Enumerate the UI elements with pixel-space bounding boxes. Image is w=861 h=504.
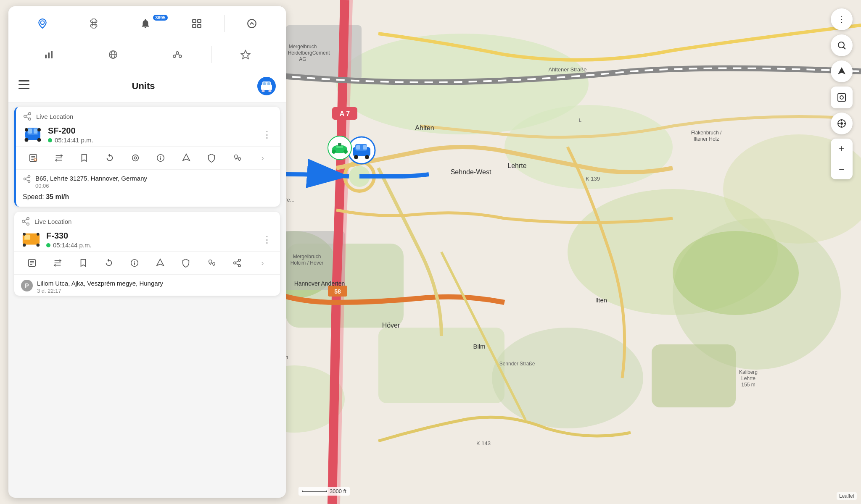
- action-report-f330[interactable]: [19, 255, 44, 271]
- svg-point-107: [132, 155, 138, 161]
- svg-line-92: [26, 114, 29, 116]
- location-pin-tab[interactable]: [17, 13, 68, 34]
- action-replay-f330[interactable]: [96, 255, 121, 271]
- svg-line-144: [844, 47, 846, 50]
- svg-point-111: [160, 156, 161, 157]
- pin-tab[interactable]: [213, 45, 277, 64]
- unit-card-sf200[interactable]: Live Location: [14, 107, 280, 207]
- action-more-sf200[interactable]: ›: [250, 150, 275, 166]
- action-geofence-sf200[interactable]: [123, 150, 148, 166]
- action-info-sf200[interactable]: [148, 150, 173, 166]
- svg-point-95: [25, 138, 29, 142]
- svg-text:Ahlten: Ahlten: [415, 124, 434, 131]
- svg-text:Lehrte: Lehrte: [507, 162, 526, 169]
- svg-text:Hannover Anderten: Hannover Anderten: [294, 280, 345, 287]
- toolbar-divider2: [211, 46, 211, 63]
- svg-text:Mergelbruch: Mergelbruch: [289, 44, 317, 50]
- action-more-f330[interactable]: ›: [250, 255, 275, 271]
- hamburger-menu[interactable]: [18, 80, 29, 92]
- screenshot-button[interactable]: [831, 87, 853, 108]
- status-dot-sf200: [48, 138, 52, 142]
- action-replay-sf200[interactable]: [98, 150, 122, 166]
- scale-label: 3000 ft: [330, 488, 346, 494]
- more-menu-sf200[interactable]: ⋮: [261, 128, 273, 142]
- speed-row-sf200: Speed: 35 mi/h: [16, 191, 280, 207]
- action-route-sf200[interactable]: [47, 150, 71, 166]
- svg-point-113: [28, 176, 30, 178]
- search-button[interactable]: [831, 34, 853, 56]
- globe-tab[interactable]: [81, 45, 145, 64]
- vehicle-icon-sf200: [23, 126, 43, 143]
- action-shield-sf200[interactable]: [199, 150, 224, 166]
- action-info-f330[interactable]: [122, 255, 147, 271]
- action-route2-f330[interactable]: [199, 255, 224, 271]
- action-route2-sf200[interactable]: [225, 150, 250, 166]
- svg-point-60: [41, 21, 45, 25]
- svg-point-67: [248, 19, 256, 28]
- action-bookmark-f330[interactable]: [71, 255, 95, 271]
- svg-text:Iltener Holz: Iltener Holz: [694, 136, 719, 142]
- unit-name-f330: F-330: [46, 231, 256, 241]
- svg-point-115: [28, 180, 30, 182]
- svg-text:Bilm: Bilm: [473, 343, 485, 350]
- svg-rect-86: [263, 82, 266, 85]
- bone-tab[interactable]: [68, 13, 119, 34]
- zoom-in-button[interactable]: +: [831, 139, 853, 159]
- svg-point-12: [673, 231, 799, 315]
- action-share-f330[interactable]: [224, 255, 249, 271]
- map-controls: ⋮ + −: [831, 8, 853, 179]
- svg-text:L: L: [579, 118, 581, 123]
- svg-text:K 139: K 139: [586, 176, 600, 182]
- more-menu-f330[interactable]: ⋮: [261, 233, 273, 247]
- navigate-button[interactable]: [831, 60, 853, 82]
- left-panel: 3695: [8, 6, 286, 498]
- address-text-sf200: B65, Lehrte 31275, Hannover, Germany: [35, 175, 147, 182]
- svg-point-108: [134, 157, 137, 159]
- toolbar-divider: [224, 15, 224, 32]
- frame-tab[interactable]: [171, 13, 222, 34]
- action-navigate-sf200[interactable]: [174, 150, 199, 166]
- svg-point-89: [24, 115, 26, 118]
- chevron-up-tab[interactable]: [226, 13, 277, 34]
- svg-point-146: [840, 96, 843, 99]
- chart-tab[interactable]: [17, 45, 81, 64]
- bell-tab[interactable]: 3695: [119, 13, 171, 34]
- live-location-label-f330: Live Location: [34, 218, 273, 225]
- action-route-f330[interactable]: [45, 255, 70, 271]
- svg-text:A 7: A 7: [340, 110, 350, 117]
- leaflet-attribution[interactable]: Leaflet: [837, 492, 857, 500]
- svg-text:155 m: 155 m: [741, 382, 755, 388]
- svg-point-75: [173, 55, 176, 58]
- svg-point-90: [29, 118, 31, 121]
- toolbar-row2: [8, 41, 286, 70]
- unit-card-f330[interactable]: Live Location F-330: [14, 212, 280, 296]
- svg-point-118: [27, 218, 29, 220]
- svg-rect-53: [363, 145, 367, 150]
- zoom-out-button[interactable]: −: [831, 159, 853, 179]
- group-icon-tab[interactable]: [145, 45, 210, 64]
- scale-bar: 3000 ft: [298, 487, 350, 496]
- svg-line-121: [24, 222, 27, 223]
- speed-value-sf200: 35 mi/h: [46, 193, 69, 200]
- action-bookmark-sf200[interactable]: [72, 150, 97, 166]
- svg-point-148: [840, 122, 843, 125]
- address-row-sf200: B65, Lehrte 31275, Hannover, Germany 00:…: [16, 170, 280, 191]
- action-navigate-f330[interactable]: [148, 255, 172, 271]
- svg-line-141: [235, 263, 238, 265]
- svg-point-136: [134, 261, 135, 262]
- svg-text:Sennder Straße: Sennder Straße: [499, 361, 535, 367]
- location-button[interactable]: [831, 113, 853, 134]
- svg-point-140: [238, 265, 240, 267]
- address-avatar-f330: P: [21, 280, 33, 291]
- svg-point-51: [365, 155, 369, 159]
- units-title: Units: [132, 81, 155, 92]
- share-icon-f330: [21, 217, 30, 226]
- action-shield-f330[interactable]: [173, 255, 198, 271]
- more-options-button[interactable]: ⋮: [831, 8, 853, 30]
- units-avatar[interactable]: [257, 77, 276, 95]
- svg-point-119: [22, 220, 25, 223]
- zoom-controls: + −: [831, 139, 853, 179]
- svg-rect-79: [18, 80, 29, 81]
- action-report-sf200[interactable]: !: [21, 150, 46, 166]
- address-share-icon-sf200: [23, 175, 31, 183]
